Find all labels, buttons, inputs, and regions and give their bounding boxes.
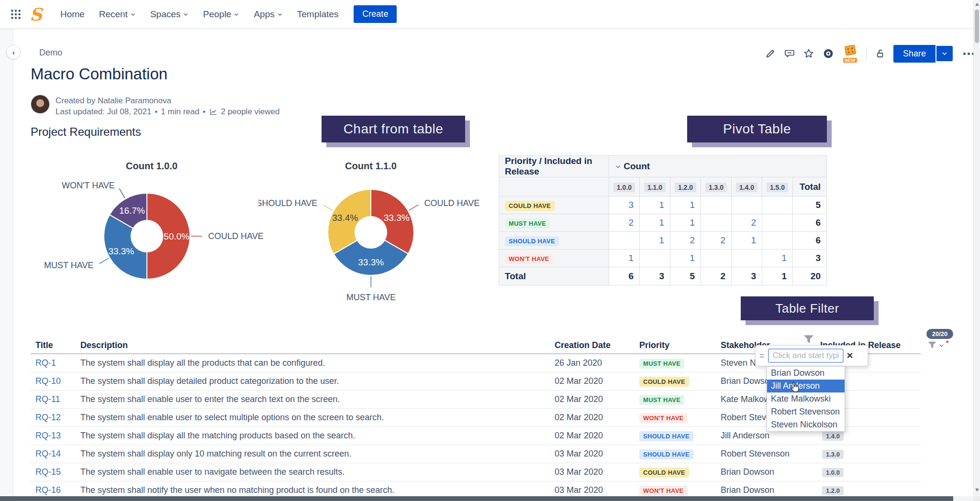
pivot-total-column-header: Total [793, 177, 827, 196]
release-column-pill: 1.2.0 [675, 183, 696, 192]
requirement-link[interactable]: RQ-12 [35, 413, 61, 422]
filter-operator: = [759, 351, 765, 361]
col-title: Title [31, 340, 76, 350]
priority-badge: MUST HAVE [639, 359, 684, 369]
requirement-link[interactable]: RQ-16 [35, 485, 61, 495]
priority-badge: MUST HAVE [505, 218, 550, 229]
promo-icon [844, 44, 856, 56]
new-badge: NEW [843, 58, 857, 63]
share-dropdown-button[interactable] [936, 46, 953, 61]
horizontal-scrollbar[interactable] [0, 496, 980, 501]
banner-table-filter: Table Filter [741, 296, 874, 320]
byline-views[interactable]: 2 people viewed [221, 106, 280, 117]
vertical-scrollbar[interactable] [973, 0, 980, 496]
nav-recent[interactable]: Recent [99, 9, 136, 20]
requirement-link[interactable]: RQ-13 [35, 431, 61, 440]
author-avatar[interactable] [31, 95, 50, 114]
filter-option[interactable]: Robert Stevenson [767, 405, 845, 418]
release-column-pill: 1.4.0 [736, 183, 757, 192]
scrollbar-corner [973, 496, 980, 501]
priority-badge: COULD HAVE [639, 468, 689, 478]
requirement-link[interactable]: RQ-14 [35, 449, 61, 458]
filter-input[interactable] [768, 349, 844, 363]
pivot-row-header: Priority / Included in Release [499, 156, 609, 177]
close-icon[interactable]: × [847, 351, 853, 360]
chevron-down-icon [277, 11, 283, 17]
app-switcher-icon[interactable] [10, 8, 22, 21]
release-column-pill: 1.3.0 [705, 183, 727, 192]
expand-sidebar-button[interactable]: › [6, 45, 21, 59]
scroll-up-arrow[interactable] [975, 3, 979, 6]
section-heading: Project Requirements [31, 125, 141, 139]
mouse-cursor [789, 381, 801, 396]
svg-text:COULD HAVE: COULD HAVE [208, 231, 264, 241]
eye-icon [822, 47, 835, 60]
top-navigation-bar: S Home Recent Spaces People Apps Templat… [0, 0, 980, 29]
horizontal-scroll-thumb[interactable] [0, 496, 953, 501]
release-pill: 1.0.0 [822, 468, 844, 477]
pivot-measure-header[interactable]: Count [609, 156, 827, 177]
priority-badge: COULD HAVE [639, 377, 689, 387]
svg-text:33.3%: 33.3% [358, 257, 384, 267]
nav-spaces[interactable]: Spaces [150, 9, 189, 20]
requirement-link[interactable]: RQ-1 [35, 358, 56, 368]
comment-icon [784, 48, 795, 59]
filter-funnel-icon [927, 340, 937, 350]
filter-option[interactable]: Steven Nickolson [767, 418, 845, 431]
chevron-down-icon [130, 11, 136, 17]
priority-badge: SHOULD HAVE [505, 236, 559, 246]
edit-button[interactable] [765, 48, 776, 59]
table-row: RQ-14 The system shall display only 10 m… [31, 445, 921, 463]
filter-options-list: Brian Dowson Jill Anderson Kate Malkowsk… [767, 366, 845, 432]
favourite-button[interactable] [803, 48, 814, 59]
chart2-title: Count 1.1.0 [270, 161, 471, 172]
priority-badge: SHOULD HAVE [639, 431, 693, 441]
filter-option-selected[interactable]: Jill Anderson [767, 380, 845, 392]
analytics-new-button[interactable]: NEW [842, 44, 858, 63]
create-button[interactable]: Create [354, 5, 397, 23]
scroll-down-arrow[interactable] [975, 489, 979, 491]
requirement-link[interactable]: RQ-15 [35, 467, 61, 477]
app-logo[interactable]: S [30, 6, 42, 23]
priority-badge: COULD HAVE [505, 201, 555, 211]
banner-chart-from-table: Chart from table [322, 116, 465, 142]
pencil-icon [765, 48, 776, 59]
chevron-down-icon [941, 50, 948, 57]
comments-button[interactable] [784, 48, 795, 59]
col-description: Description [76, 340, 550, 350]
priority-badge: WON'T HAVE [639, 486, 688, 496]
analytics-trend-icon [209, 108, 218, 116]
nav-home[interactable]: Home [60, 9, 85, 20]
requirement-link[interactable]: RQ-11 [35, 394, 60, 404]
priority-badge: WON'T HAVE [639, 413, 688, 423]
restrictions-button[interactable] [874, 48, 886, 59]
svg-text:33.3%: 33.3% [108, 246, 134, 256]
vertical-scroll-thumb[interactable] [975, 10, 979, 43]
share-button[interactable]: Share [893, 45, 935, 63]
release-pill: 1.2.0 [822, 486, 844, 495]
col-priority: Priority [635, 340, 716, 350]
byline-updated: Last updated: Jul 08, 2021 [56, 106, 151, 117]
requirement-link[interactable]: RQ-10 [35, 376, 61, 386]
pivot-table: Priority / Included in Release Count 1.0… [499, 155, 827, 285]
svg-text:MUST HAVE: MUST HAVE [44, 261, 93, 270]
col-creation-date: Creation Date [550, 340, 635, 350]
nav-apps[interactable]: Apps [254, 9, 282, 20]
release-column-pill: 1.1.0 [644, 183, 666, 192]
nav-templates[interactable]: Templates [297, 9, 339, 20]
star-icon [803, 48, 814, 59]
svg-text:MUST HAVE: MUST HAVE [346, 293, 396, 302]
filter-modified-marker: * [946, 340, 948, 345]
filter-option[interactable]: Brian Dowson [767, 367, 845, 380]
release-column-pill: 1.5.0 [767, 183, 788, 192]
release-pill: 1.3.0 [822, 450, 844, 459]
page-title: Macro Combination [31, 65, 167, 83]
breadcrumb[interactable]: Demo [39, 48, 62, 58]
row-count-badge: 20/20 [926, 329, 953, 339]
watch-button[interactable] [822, 47, 835, 60]
svg-text:33.3%: 33.3% [384, 213, 410, 223]
table-filter-controls[interactable]: * [927, 340, 948, 350]
nav-people[interactable]: People [203, 9, 239, 20]
filter-option[interactable]: Kate Malkowski [767, 392, 845, 405]
toolbar-divider [866, 47, 867, 60]
